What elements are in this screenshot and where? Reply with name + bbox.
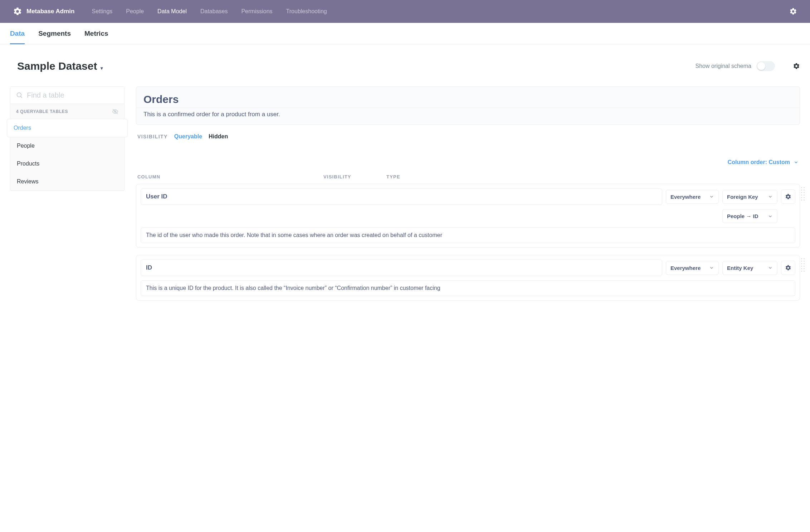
svg-line-1	[21, 96, 22, 98]
column-order-label: Column order: Custom	[728, 159, 790, 166]
nav-troubleshooting[interactable]: Troubleshooting	[286, 8, 327, 15]
table-count-label: 4 QUERYABLE TABLES	[16, 109, 68, 114]
field-visibility-select[interactable]: Everywhere	[666, 261, 719, 275]
field-type-select[interactable]: Entity Key	[722, 261, 777, 275]
column-headers: COLUMN VISIBILITY TYPE	[136, 169, 800, 184]
database-name: Sample Dataset	[17, 60, 97, 72]
tables-sidebar: Find a table 4 QUERYABLE TABLES Orders P…	[10, 87, 125, 191]
brand-label: Metabase Admin	[26, 8, 74, 15]
nav-settings[interactable]: Settings	[92, 8, 112, 15]
nav-people[interactable]: People	[126, 8, 144, 15]
table-name-input[interactable]: Orders	[136, 87, 800, 108]
field-type-select[interactable]: Foreign Key	[722, 190, 777, 204]
table-header-card: Orders This is a confirmed order for a p…	[136, 87, 800, 125]
tab-metrics[interactable]: Metrics	[84, 23, 108, 44]
field-fk-target-select[interactable]: People → ID	[722, 209, 777, 223]
nav-permissions[interactable]: Permissions	[241, 8, 272, 15]
field-visibility-select[interactable]: Everywhere	[666, 190, 719, 204]
field-row: User ID Everywhere Foreign Key People → …	[136, 184, 800, 248]
top-nav-links: Settings People Data Model Databases Per…	[92, 8, 789, 15]
database-settings-gear-icon[interactable]	[793, 63, 800, 70]
table-item-people[interactable]: People	[10, 137, 124, 155]
chevron-down-icon	[768, 194, 773, 199]
field-settings-button[interactable]	[781, 261, 795, 275]
schema-toggle[interactable]	[756, 61, 775, 71]
nav-databases[interactable]: Databases	[200, 8, 228, 15]
table-section-header: 4 QUERYABLE TABLES	[10, 104, 124, 119]
chevron-down-icon	[768, 214, 773, 219]
drag-handle-icon[interactable]	[801, 187, 805, 201]
field-name-input[interactable]: ID	[141, 260, 662, 276]
field-description-input[interactable]: The id of the user who made this order. …	[141, 227, 795, 243]
visibility-queryable[interactable]: Queryable	[174, 133, 202, 140]
brand[interactable]: Metabase Admin	[13, 7, 74, 16]
gear-icon	[785, 193, 791, 200]
table-item-orders[interactable]: Orders	[7, 119, 128, 137]
table-description-input[interactable]: This is a confirmed order for a product …	[136, 108, 800, 124]
tab-segments[interactable]: Segments	[38, 23, 71, 44]
field-fk-target-value: People → ID	[727, 213, 758, 219]
field-settings-button[interactable]	[781, 189, 795, 204]
top-nav: Metabase Admin Settings People Data Mode…	[0, 0, 810, 23]
table-search-input[interactable]: Find a table	[10, 87, 124, 104]
field-name-input[interactable]: User ID	[141, 188, 662, 205]
table-item-reviews[interactable]: Reviews	[10, 173, 124, 191]
search-placeholder: Find a table	[27, 91, 64, 99]
chevron-down-icon	[709, 194, 714, 199]
drag-handle-icon[interactable]	[801, 258, 805, 272]
chevron-down-icon	[794, 160, 799, 165]
search-icon	[16, 92, 23, 99]
table-item-products[interactable]: Products	[10, 155, 124, 173]
field-description-input[interactable]: This is a unique ID for the product. It …	[141, 280, 795, 296]
column-header-column: COLUMN	[137, 174, 323, 179]
column-header-type: TYPE	[386, 174, 449, 179]
settings-gear-icon[interactable]	[789, 8, 797, 15]
eye-off-icon[interactable]	[112, 108, 118, 115]
chevron-down-icon	[709, 265, 714, 270]
nav-data-model[interactable]: Data Model	[157, 8, 187, 15]
main-content: Orders This is a confirmed order for a p…	[136, 87, 800, 308]
gear-icon	[785, 265, 791, 271]
schema-toggle-row: Show original schema	[695, 61, 800, 71]
field-visibility-value: Everywhere	[670, 265, 701, 271]
page-title-row: Sample Dataset ▾ Show original schema	[0, 44, 810, 72]
field-type-value: Foreign Key	[727, 194, 758, 200]
svg-point-0	[17, 93, 21, 97]
table-visibility-row: VISIBILITY Queryable Hidden	[136, 125, 800, 148]
chevron-down-icon: ▾	[101, 65, 103, 71]
gear-icon	[13, 7, 22, 16]
column-header-visibility: VISIBILITY	[323, 174, 386, 179]
field-type-value: Entity Key	[727, 265, 753, 271]
visibility-label: VISIBILITY	[137, 134, 168, 139]
visibility-hidden[interactable]: Hidden	[209, 133, 228, 140]
field-row: ID Everywhere Entity Key This is a uniqu…	[136, 255, 800, 301]
schema-toggle-label: Show original schema	[695, 63, 751, 69]
tab-data[interactable]: Data	[10, 23, 25, 44]
field-visibility-value: Everywhere	[670, 194, 701, 200]
database-picker[interactable]: Sample Dataset ▾	[17, 60, 103, 72]
subtabs: Data Segments Metrics	[0, 23, 810, 44]
column-order-picker[interactable]: Column order: Custom	[136, 148, 800, 169]
chevron-down-icon	[768, 265, 773, 270]
